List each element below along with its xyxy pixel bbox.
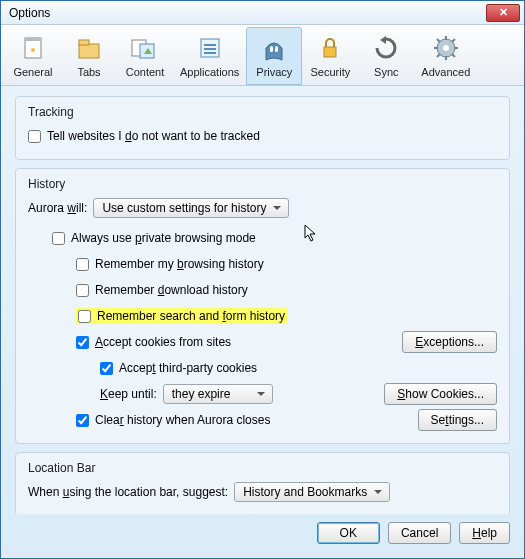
remember-search-form-checkbox[interactable] [78,310,91,323]
sync-icon [370,32,402,64]
content-icon [129,32,161,64]
history-title: History [28,177,497,191]
advanced-icon [430,32,462,64]
location-bar-group: Location Bar When using the location bar… [15,452,510,514]
remember-download-label[interactable]: Remember download history [95,283,248,297]
history-mode-dropdown[interactable]: Use custom settings for history [93,198,289,218]
tab-content[interactable]: Content [117,27,173,85]
remember-search-form-label[interactable]: Remember search and form history [97,309,285,323]
suggest-value: History and Bookmarks [243,485,367,499]
keep-until-label: Keep until: [100,387,157,401]
tracking-title: Tracking [28,105,497,119]
svg-point-17 [443,45,449,51]
window-title: Options [5,6,50,20]
accept-cookies-checkbox[interactable] [76,336,89,349]
tab-sync[interactable]: Sync [358,27,414,85]
tab-privacy-label: Privacy [256,66,292,78]
svg-rect-11 [204,52,216,54]
svg-rect-13 [275,46,278,52]
always-private-checkbox[interactable] [52,232,65,245]
dialog-footer: OK Cancel Help [1,514,524,558]
svg-rect-3 [79,44,99,58]
privacy-icon [258,32,290,64]
accept-third-party-label[interactable]: Accept third-party cookies [119,361,257,375]
help-button[interactable]: Help [459,522,510,544]
do-not-track-label[interactable]: Tell websites I do not want to be tracke… [47,129,260,143]
tab-applications-label: Applications [180,66,239,78]
tab-privacy[interactable]: Privacy [246,27,302,85]
svg-rect-1 [25,38,41,41]
accept-cookies-label[interactable]: Accept cookies from sites [95,335,231,349]
svg-line-23 [452,54,455,57]
exceptions-button[interactable]: Exceptions... [402,331,497,353]
tab-applications[interactable]: Applications [173,27,246,85]
suggest-dropdown[interactable]: History and Bookmarks [234,482,390,502]
close-icon: ✕ [499,6,508,19]
tab-security[interactable]: Security [302,27,358,85]
remember-download-checkbox[interactable] [76,284,89,297]
show-cookies-button[interactable]: Show Cookies... [384,383,497,405]
tab-security-label: Security [310,66,350,78]
svg-rect-12 [270,46,273,52]
do-not-track-checkbox[interactable] [28,130,41,143]
content-area: Tracking Tell websites I do not want to … [1,86,524,514]
tab-advanced-label: Advanced [421,66,470,78]
tracking-group: Tracking Tell websites I do not want to … [15,96,510,160]
cancel-button[interactable]: Cancel [388,522,451,544]
accept-third-party-checkbox[interactable] [100,362,113,375]
svg-marker-15 [380,36,386,44]
svg-line-22 [437,39,440,42]
clear-on-close-label[interactable]: Clear history when Aurora closes [95,413,270,427]
svg-line-25 [452,39,455,42]
remember-browsing-checkbox[interactable] [76,258,89,271]
always-private-label[interactable]: Always use private browsing mode [71,231,256,245]
remember-browsing-label[interactable]: Remember my browsing history [95,257,264,271]
options-window: Options ✕ General Tabs Content [0,0,525,559]
tab-general-label: General [13,66,52,78]
tab-tabs-label: Tabs [77,66,100,78]
history-mode-value: Use custom settings for history [102,201,266,215]
tab-sync-label: Sync [374,66,398,78]
tab-tabs[interactable]: Tabs [61,27,117,85]
svg-rect-4 [79,40,89,45]
titlebar: Options ✕ [1,1,524,25]
keep-until-value: they expire [172,387,231,401]
tabs-icon [73,32,105,64]
location-bar-title: Location Bar [28,461,497,475]
category-toolbar: General Tabs Content Applications Privac… [1,25,524,86]
close-button[interactable]: ✕ [486,4,520,22]
general-icon [17,32,49,64]
clear-on-close-checkbox[interactable] [76,414,89,427]
aurora-will-label: Aurora will: [28,201,87,215]
keep-until-dropdown[interactable]: they expire [163,384,273,404]
suggest-label: When using the location bar, suggest: [28,485,228,499]
svg-rect-9 [204,44,216,46]
settings-button[interactable]: Settings... [418,409,497,431]
svg-rect-14 [324,47,336,57]
tab-general[interactable]: General [5,27,61,85]
svg-rect-10 [204,48,216,50]
tab-advanced[interactable]: Advanced [414,27,477,85]
security-icon [314,32,346,64]
applications-icon [194,32,226,64]
ok-button[interactable]: OK [317,522,380,544]
svg-line-24 [437,54,440,57]
history-group: History Aurora will: Use custom settings… [15,168,510,444]
svg-point-2 [31,48,35,52]
tab-content-label: Content [126,66,165,78]
